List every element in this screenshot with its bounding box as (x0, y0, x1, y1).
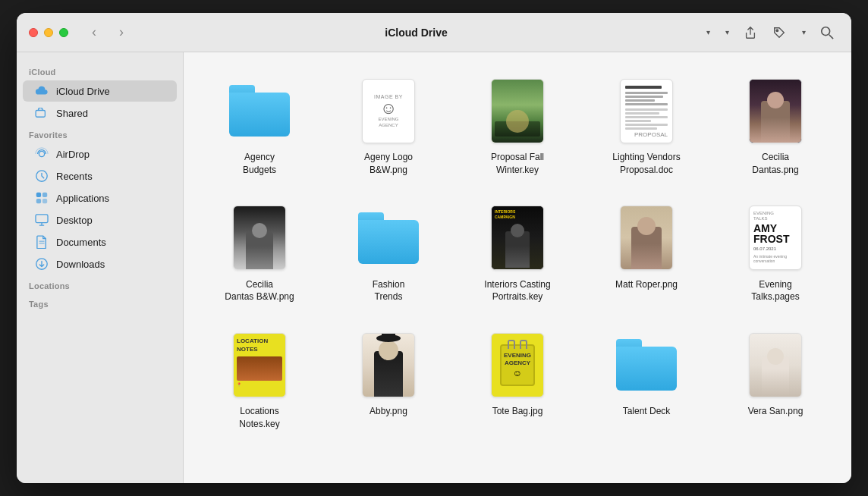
file-locations-notes[interactable]: LOCATIONNOTES 📍 LocationsNotes.key (199, 325, 320, 437)
vera-san-name: Vera San.png (748, 405, 804, 418)
sidebar-section-locations: Locations (17, 275, 183, 294)
svg-point-14 (822, 27, 830, 35)
cecilia-bw-name: CeciliaDantas B&W.png (225, 278, 294, 304)
content-area: iCloud iCloud Drive Shared Fav (17, 52, 851, 483)
agency-logo-name: Ageny LogoB&W.png (364, 151, 413, 177)
shared-label: Shared (56, 108, 88, 119)
documents-label: Documents (56, 237, 106, 248)
sidebar-section-favorites: Favorites (17, 124, 183, 143)
sidebar-item-recents[interactable]: Recents (23, 165, 177, 187)
evening-talks-name: EveningTalks.pages (751, 278, 799, 304)
abby-name: Abby.png (370, 405, 407, 418)
search-icon (820, 26, 834, 39)
fashion-trends-thumb (354, 204, 423, 272)
tote-bag-thumb: EVENINGAGENCY ☺ (483, 331, 552, 399)
file-evening-talks[interactable]: EVENINGTALKS AMYFROST 06.07.2021 An inti… (715, 198, 836, 310)
documents-icon (35, 235, 49, 249)
sidebar-item-shared[interactable]: Shared (23, 102, 177, 124)
applications-label: Applications (56, 193, 109, 204)
sidebar-item-documents[interactable]: Documents (23, 231, 177, 253)
minimize-button[interactable] (44, 28, 53, 37)
maximize-button[interactable] (59, 28, 68, 37)
chevron-down-icon: ▾ (706, 28, 710, 36)
back-button[interactable]: ‹ (83, 22, 105, 43)
cloud-icon (35, 84, 49, 98)
cecilia-dantas-thumb (741, 77, 810, 145)
svg-rect-21 (36, 199, 41, 203)
file-fashion-trends[interactable]: FashionTrends (328, 198, 449, 310)
search-button[interactable] (815, 20, 839, 45)
cecilia-dantas-name: CeciliaDantas.png (752, 151, 798, 177)
file-agency-budgets[interactable]: AgencyBudgets (199, 71, 320, 183)
airdrop-icon (35, 147, 49, 161)
tag-icon (772, 26, 786, 39)
view-grid-button[interactable]: ▾ (700, 25, 715, 39)
sidebar-item-desktop[interactable]: Desktop (23, 209, 177, 231)
abby-thumb (354, 331, 423, 399)
file-tote-bag[interactable]: EVENINGAGENCY ☺ Tote Bag.jpg (457, 325, 578, 437)
svg-rect-22 (42, 199, 47, 203)
vera-san-thumb (741, 331, 810, 399)
talent-deck-thumb (612, 331, 681, 399)
icloud-drive-label: iCloud Drive (56, 86, 110, 97)
downloads-label: Downloads (56, 259, 105, 270)
sidebar-section-icloud: iCloud (17, 61, 183, 80)
finder-window: ‹ › iCloud Drive ▾ (17, 13, 851, 483)
file-talent-deck[interactable]: Talent Deck (586, 325, 707, 437)
locations-notes-thumb: LOCATIONNOTES 📍 (225, 331, 294, 399)
chevron-down-icon2: ▾ (725, 28, 729, 36)
forward-button[interactable]: › (111, 22, 132, 43)
talent-deck-name: Talent Deck (623, 405, 671, 418)
file-vera-san[interactable]: Vera San.png (715, 325, 836, 437)
svg-point-17 (39, 151, 44, 156)
nav-buttons: ‹ › (83, 22, 132, 43)
more-button[interactable]: ▾ (796, 25, 810, 39)
share-icon (744, 26, 757, 39)
svg-line-15 (829, 34, 833, 38)
titlebar: ‹ › iCloud Drive ▾ (17, 13, 851, 52)
desktop-label: Desktop (56, 215, 93, 226)
shared-icon (35, 106, 49, 120)
sidebar: iCloud iCloud Drive Shared Fav (17, 52, 184, 483)
window-title: iCloud Drive (132, 27, 700, 39)
agency-logo-thumb: IMAGE BY ☺ EVENINGAGENCY (354, 77, 423, 145)
svg-rect-20 (42, 193, 47, 197)
file-agency-logo[interactable]: IMAGE BY ☺ EVENINGAGENCY Ageny LogoB&W.p… (328, 71, 449, 183)
share-button[interactable] (738, 20, 763, 45)
interiors-casting-name: Interiors CastingPortraits.key (484, 278, 550, 304)
sort-button[interactable]: ▾ (719, 25, 734, 39)
files-grid: AgencyBudgets IMAGE BY ☺ EVENINGAGENCY (199, 71, 836, 437)
svg-rect-23 (36, 215, 48, 223)
svg-point-10 (776, 29, 778, 31)
agency-budgets-name: AgencyBudgets (243, 151, 276, 177)
file-cecilia-dantas[interactable]: CeciliaDantas.png (715, 71, 836, 183)
airdrop-label: AirDrop (56, 149, 90, 160)
tag-button[interactable] (767, 20, 791, 45)
svg-rect-16 (36, 111, 45, 118)
close-button[interactable] (29, 28, 38, 37)
cecilia-bw-thumb (225, 204, 294, 272)
proposal-fall-thumb (483, 77, 552, 145)
locations-notes-name: LocationsNotes.key (239, 405, 279, 431)
file-matt-roper[interactable]: Matt Roper.png (586, 198, 707, 310)
sidebar-item-downloads[interactable]: Downloads (23, 253, 177, 275)
fashion-trends-name: FashionTrends (373, 278, 405, 304)
lighting-vendors-name: Lighting VendorsProposal.doc (612, 151, 680, 177)
sidebar-item-icloud-drive[interactable]: iCloud Drive (23, 80, 177, 102)
proposal-fall-name: Proposal FallWinter.key (491, 151, 544, 177)
downloads-icon (35, 257, 49, 271)
svg-rect-19 (36, 193, 41, 197)
sidebar-item-airdrop[interactable]: AirDrop (23, 143, 177, 165)
evening-talks-thumb: EVENINGTALKS AMYFROST 06.07.2021 An inti… (741, 204, 810, 272)
matt-roper-name: Matt Roper.png (615, 278, 678, 291)
sidebar-item-applications[interactable]: Applications (23, 187, 177, 209)
file-proposal-fall[interactable]: Proposal FallWinter.key (457, 71, 578, 183)
interiors-casting-thumb: INTERIORSCAMPAIGN (483, 204, 552, 272)
sidebar-section-tags: Tags (17, 294, 183, 312)
file-interiors-casting[interactable]: INTERIORSCAMPAIGN Interiors CastingPortr… (457, 198, 578, 310)
file-lighting-vendors[interactable]: PROPOSAL Lighting VendorsProposal.doc (586, 71, 707, 183)
desktop-icon (35, 213, 49, 227)
file-cecilia-bw[interactable]: CeciliaDantas B&W.png (199, 198, 320, 310)
file-abby[interactable]: Abby.png (328, 325, 449, 437)
main-content: AgencyBudgets IMAGE BY ☺ EVENINGAGENCY (184, 52, 851, 483)
